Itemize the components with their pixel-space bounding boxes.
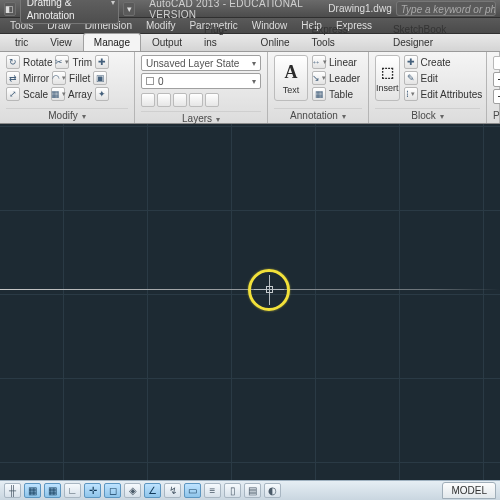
leader-icon[interactable]: ↘ (312, 71, 326, 85)
tab-manage[interactable]: Manage (83, 33, 141, 51)
status-sc-icon[interactable]: ◐ (264, 483, 281, 498)
table-button[interactable]: Table (329, 89, 353, 100)
text-button[interactable]: A Text (274, 55, 308, 101)
text-icon: A (285, 62, 298, 83)
panel-title-layers[interactable]: Layers (141, 111, 261, 124)
panel-annotation: A Text ↔Linear ↘Leader ▦Table Annotation (268, 52, 369, 123)
array-button[interactable]: Array (68, 89, 92, 100)
create-button[interactable]: Create (421, 57, 451, 68)
panel-layers: Unsaved Layer State 0 Layers (135, 52, 268, 123)
layer-state-selector[interactable]: Unsaved Layer State (141, 55, 261, 71)
mirror-icon[interactable]: ⇄ (6, 71, 20, 85)
tab-online[interactable]: Online (250, 33, 301, 51)
highlight-annotation-ring (248, 269, 290, 311)
panel-properties: ByLayer ByLayer ByLayer Properties (487, 52, 500, 123)
status-grid-icon[interactable]: ▦ (44, 483, 61, 498)
status-polar-icon[interactable]: ✛ (84, 483, 101, 498)
panel-block: ⬚ Insert ✚Create ✎Edit ⁞Edit Attributes … (369, 52, 487, 123)
tab-plugins[interactable]: Plug-ins (193, 20, 250, 51)
status-tpy-icon[interactable]: ▯ (224, 483, 241, 498)
layer-more-icon[interactable] (205, 93, 219, 107)
status-ortho-icon[interactable]: ∟ (64, 483, 81, 498)
extra-icon-1[interactable]: ✚ (95, 55, 109, 69)
linetype-selector[interactable]: ByLayer (493, 89, 500, 104)
lineweight-selector[interactable]: ByLayer (493, 72, 500, 87)
status-dyn-icon[interactable]: ▭ (184, 483, 201, 498)
linear-button[interactable]: Linear (329, 57, 357, 68)
array-icon[interactable]: ▦ (51, 87, 65, 101)
status-bar: ╫ ▦ ▦ ∟ ✛ ◻ ◈ ∠ ↯ ▭ ≡ ▯ ▤ ◐ MODEL (0, 480, 500, 500)
layer-off-icon[interactable] (141, 93, 155, 107)
ribbon-tab-strip: tric View Manage Output Plug-ins Online … (0, 34, 500, 52)
linear-dim-icon[interactable]: ↔ (312, 55, 326, 69)
insert-icon: ⬚ (381, 64, 394, 81)
model-space-tab[interactable]: MODEL (442, 482, 496, 499)
status-infer-icon[interactable]: ╫ (4, 483, 21, 498)
create-block-icon[interactable]: ✚ (404, 55, 418, 69)
extra-icon-3[interactable]: ✦ (95, 87, 109, 101)
tab-view[interactable]: View (39, 33, 83, 51)
status-otrack-icon[interactable]: ∠ (144, 483, 161, 498)
layer-lock-icon[interactable] (173, 93, 187, 107)
status-qp-icon[interactable]: ▤ (244, 483, 261, 498)
current-layer-name: 0 (158, 76, 164, 87)
app-title: AutoCAD 2013 - EDUCATIONAL VERSION (149, 0, 316, 20)
rotate-button[interactable]: Rotate (23, 57, 52, 68)
title-bar: ◧ Drafting & Annotation ▾ AutoCAD 2013 -… (0, 0, 500, 18)
grid-background (0, 124, 500, 480)
scale-icon[interactable]: ⤢ (6, 87, 20, 101)
status-3dosnap-icon[interactable]: ◈ (124, 483, 141, 498)
panel-title-annotation[interactable]: Annotation (274, 108, 362, 121)
fillet-icon[interactable]: ◠ (52, 71, 66, 85)
workspace-selector[interactable]: Drafting & Annotation (20, 0, 120, 24)
insert-button-label: Insert (376, 83, 399, 93)
menu-window[interactable]: Window (252, 20, 288, 31)
text-button-label: Text (283, 85, 300, 95)
tab-express-tools[interactable]: Express Tools (301, 20, 382, 51)
panel-title-block[interactable]: Block (375, 108, 480, 121)
tab-sketchbook[interactable]: SketchBook Designer (382, 20, 496, 51)
tab-output[interactable]: Output (141, 33, 193, 51)
ribbon: ↻Rotate ✂Trim ✚ ⇄Mirror ◠Fillet ▣ ⤢Scale… (0, 52, 500, 124)
table-icon[interactable]: ▦ (312, 87, 326, 101)
new-icon[interactable]: ◧ (4, 2, 16, 16)
menu-modify[interactable]: Modify (146, 20, 175, 31)
panel-modify: ↻Rotate ✂Trim ✚ ⇄Mirror ◠Fillet ▣ ⤢Scale… (0, 52, 135, 123)
status-lwt-icon[interactable]: ≡ (204, 483, 221, 498)
leader-button[interactable]: Leader (329, 73, 360, 84)
tab-tric[interactable]: tric (4, 33, 39, 51)
status-snap-icon[interactable]: ▦ (24, 483, 41, 498)
current-layer-selector[interactable]: 0 (141, 73, 261, 89)
rotate-icon[interactable]: ↻ (6, 55, 20, 69)
layer-swatch-icon (146, 77, 154, 85)
trim-button[interactable]: Trim (72, 57, 92, 68)
trim-icon[interactable]: ✂ (55, 55, 69, 69)
layer-freeze-icon[interactable] (157, 93, 171, 107)
edit-button[interactable]: Edit (421, 73, 438, 84)
edit-attr-icon[interactable]: ⁞ (404, 87, 418, 101)
layer-color-icon[interactable] (189, 93, 203, 107)
qat-dropdown-icon[interactable]: ▾ (123, 2, 135, 16)
insert-button[interactable]: ⬚ Insert (375, 55, 400, 101)
status-osnap-icon[interactable]: ◻ (104, 483, 121, 498)
mirror-button[interactable]: Mirror (23, 73, 49, 84)
search-input[interactable]: Type a keyword or phrase (396, 1, 496, 16)
document-name: Drawing1.dwg (328, 3, 391, 14)
scale-button[interactable]: Scale (23, 89, 48, 100)
edit-block-icon[interactable]: ✎ (404, 71, 418, 85)
panel-title-modify[interactable]: Modify (6, 108, 128, 121)
edit-attributes-button[interactable]: Edit Attributes (421, 89, 483, 100)
fillet-button[interactable]: Fillet (69, 73, 90, 84)
color-swatch-icon[interactable] (493, 56, 500, 70)
extra-icon-2[interactable]: ▣ (93, 71, 107, 85)
status-ducs-icon[interactable]: ↯ (164, 483, 181, 498)
drawing-area[interactable] (0, 124, 500, 480)
